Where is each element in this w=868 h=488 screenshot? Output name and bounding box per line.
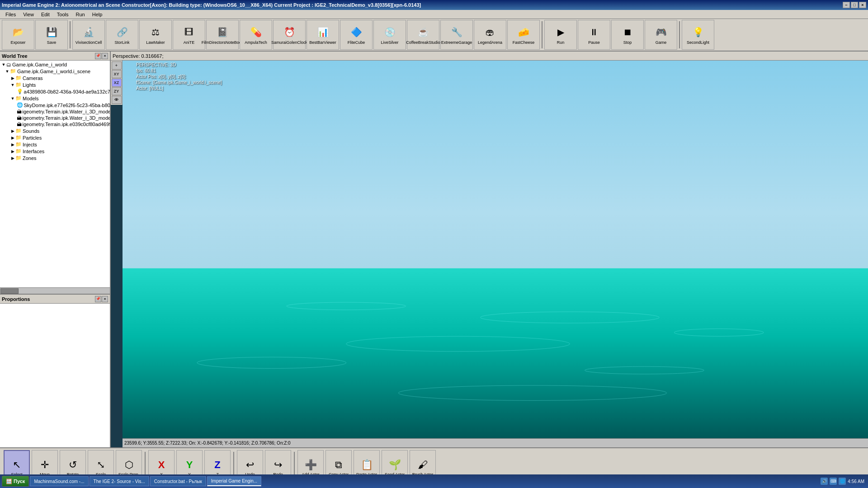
view-xz-button[interactable]: XZ xyxy=(112,79,122,87)
toolbar-separator-2 xyxy=(542,21,542,48)
tree-item-sounds[interactable]: ▶ 📁 Sounds xyxy=(1,127,109,134)
tree-item-injects[interactable]: ▶ 📁 Injects xyxy=(1,141,109,148)
tree-item-terrain1[interactable]: 🏔 igeometry.Terrain.ipk.Water_i_3D_model xyxy=(1,108,109,115)
extreeme-garage-button[interactable]: 🔧 ExtreemeGarage xyxy=(440,20,473,50)
view-zy-button[interactable]: ZY xyxy=(112,87,122,95)
z-axis-icon: Z xyxy=(214,459,220,471)
expand-scene[interactable]: ▼ xyxy=(5,69,10,74)
legend-arena-icon: 🏟 xyxy=(483,25,497,39)
view-plus-button[interactable]: + xyxy=(112,61,122,70)
vivisection-icon: 🔬 xyxy=(81,25,96,39)
samurai-golem-button[interactable]: ⏰ SamuraiGolenClock xyxy=(273,20,306,50)
proportions-title: Proportions xyxy=(2,296,30,302)
viewport-content[interactable]: PERSPECTIVE: 3D fps: 60.81 Actor Pos: x[… xyxy=(123,61,868,438)
props-pin-button[interactable]: 📌 xyxy=(95,296,101,302)
exposer-button[interactable]: 📂 Exposer xyxy=(2,20,34,50)
main-area: World Tree 📌 × ▼ 🗂 Game.ipk.Game_i_world… xyxy=(0,52,868,447)
second-light-button[interactable]: 💡 SecondLight xyxy=(682,20,714,50)
toolbar: 📂 Exposer 💾 Save 🔬 VivisectionCell 🔗 Sto… xyxy=(0,19,868,52)
ampula-tech-button[interactable]: 💊 AmpulaTech xyxy=(240,20,272,50)
props-close-button[interactable]: × xyxy=(102,296,108,302)
live-silver-icon: 💿 xyxy=(382,25,397,39)
panel-header-buttons: 📌 × xyxy=(95,53,108,59)
ani-te-icon: 🎞 xyxy=(182,25,196,39)
panel-close-button[interactable]: × xyxy=(102,53,108,59)
expand-interfaces[interactable]: ▶ xyxy=(10,149,15,154)
title-bar-buttons[interactable]: − □ × xyxy=(843,2,866,8)
expand-lights[interactable]: ▼ xyxy=(10,83,15,87)
save-button[interactable]: 💾 Save xyxy=(35,20,68,50)
tree-item-lights[interactable]: ▼ 📁 Lights xyxy=(1,81,109,88)
tree-item-models[interactable]: ▼ 📁 Models xyxy=(1,95,109,102)
menu-help[interactable]: Help xyxy=(89,11,106,18)
taskbar-item-imperial[interactable]: Imperial Game Engin... xyxy=(207,476,261,486)
maximize-button[interactable]: □ xyxy=(851,2,858,8)
tray-network-icon[interactable]: 🌐 xyxy=(839,478,846,485)
tray-sound-icon[interactable]: 🔊 xyxy=(821,478,828,485)
tree-item-particles[interactable]: ▶ 📁 Particles xyxy=(1,134,109,141)
proportions-content xyxy=(0,304,110,447)
close-button[interactable]: × xyxy=(859,2,866,8)
redo-icon: ↪ xyxy=(274,459,282,471)
tree-item-cameras[interactable]: ▶ 📁 Cameras xyxy=(1,75,109,81)
move-icon: ✛ xyxy=(41,459,49,471)
expand-root[interactable]: ▼ xyxy=(1,62,6,67)
tray-keyboard-icon[interactable]: ⌨ xyxy=(830,478,837,485)
taskbar-left: 🪟 Пуск MachinmaSound.com -... The IGE 2-… xyxy=(2,476,261,487)
taskbar-item-sound[interactable]: MachinmaSound.com -... xyxy=(30,476,88,486)
status-text: 23599.6; Y:3555.55; Z:7222.33; On: X:-0.… xyxy=(124,441,291,446)
run-button[interactable]: ▶ Run xyxy=(544,20,577,50)
expand-particles[interactable]: ▶ xyxy=(10,136,15,140)
taskbar-item-constructor[interactable]: Constructor.bat - Рьлык xyxy=(150,476,206,486)
flite-cube-button[interactable]: 🔷 FliteCube xyxy=(340,20,373,50)
game-button[interactable]: 🎮 Game xyxy=(645,20,677,50)
start-button[interactable]: 🪟 Пуск xyxy=(2,476,29,487)
legend-arena-button[interactable]: 🏟 LegendArena xyxy=(474,20,506,50)
vivisection-cell-button[interactable]: 🔬 VivisectionCell xyxy=(72,20,105,50)
tree-item-zones[interactable]: ▶ 📁 Zones xyxy=(1,155,109,161)
best-bar-viewer-button[interactable]: 📊 BestBarViewer xyxy=(307,20,339,50)
live-silver-button[interactable]: 💿 LiveSilver xyxy=(373,20,406,50)
tree-item-root[interactable]: ▼ 🗂 Game.ipk.Game_i_world xyxy=(1,61,109,68)
tree-item-light1[interactable]: 💡 a4389808-0b82-436a-934d-ae9a132c757e.l… xyxy=(1,88,109,95)
view-xy-button[interactable]: XY xyxy=(112,70,122,78)
flite-cube-icon: 🔷 xyxy=(349,25,363,39)
menu-run[interactable]: Run xyxy=(72,11,89,18)
expand-cameras[interactable]: ▶ xyxy=(10,76,15,80)
ampula-tech-icon: 💊 xyxy=(249,25,263,39)
expand-injects[interactable]: ▶ xyxy=(10,142,15,147)
viewport[interactable]: Perspective: 0.316667; + XY XZ ZY 👁 xyxy=(111,52,868,447)
expand-models[interactable]: ▼ xyxy=(10,96,15,101)
film-directors-button[interactable]: 📓 FilmDirectorsNoteBook xyxy=(206,20,239,50)
stor-link-icon: 🔗 xyxy=(115,25,129,39)
tree-item-terrain3[interactable]: 🏔 igeometry.Terrain.ipk.e039c0cf80ad4699… xyxy=(1,121,109,127)
menu-tools[interactable]: Tools xyxy=(53,11,72,18)
coffee-break-button[interactable]: ☕ CoffeeBreakStudio xyxy=(407,20,439,50)
expand-zones[interactable]: ▶ xyxy=(10,156,15,160)
coffee-break-icon: ☕ xyxy=(416,25,430,39)
clock: 4:56 AM xyxy=(848,479,864,484)
law-maker-button[interactable]: ⚖ LawMaker xyxy=(139,20,172,50)
ani-te-button[interactable]: 🎞 AniTE xyxy=(173,20,205,50)
seed-actor-icon: 🌱 xyxy=(389,459,401,471)
tree-item-interfaces[interactable]: ▶ 📁 Interfaces xyxy=(1,148,109,155)
minimize-button[interactable]: − xyxy=(843,2,850,8)
pause-button[interactable]: ⏸ Pause xyxy=(578,20,610,50)
tree-item-scene[interactable]: ▼ 📁 Game.ipk.Game_i_world.i_scene xyxy=(1,68,109,75)
tree-item-skydome[interactable]: 🌐 SkyDome.ipk.e77e62f6-5c23-45ba-b80b-a2… xyxy=(1,102,109,108)
menu-bar: Files View Edit Tools Run Help xyxy=(0,10,868,19)
taskbar-item-ige-source[interactable]: The IGE 2- Source - Vis... xyxy=(90,476,149,486)
view-camera-button[interactable]: 👁 xyxy=(112,96,122,104)
fast-cheese-button[interactable]: 🧀 FastCheese xyxy=(507,20,540,50)
game-icon: 🎮 xyxy=(654,25,668,39)
menu-view[interactable]: View xyxy=(19,11,38,18)
stop-button[interactable]: ⏹ Stop xyxy=(611,20,644,50)
tree-scrollbar[interactable] xyxy=(0,287,110,294)
panel-pin-button[interactable]: 📌 xyxy=(95,53,101,59)
expand-sounds[interactable]: ▶ xyxy=(10,129,15,133)
tree-item-terrain2[interactable]: 🏔 igeometry.Terrain.ipk.Water_i_3D_model… xyxy=(1,115,109,121)
left-panel: World Tree 📌 × ▼ 🗂 Game.ipk.Game_i_world… xyxy=(0,52,111,447)
menu-files[interactable]: Files xyxy=(2,11,19,18)
stor-link-button[interactable]: 🔗 StorLink xyxy=(106,20,138,50)
menu-edit[interactable]: Edit xyxy=(38,11,53,18)
